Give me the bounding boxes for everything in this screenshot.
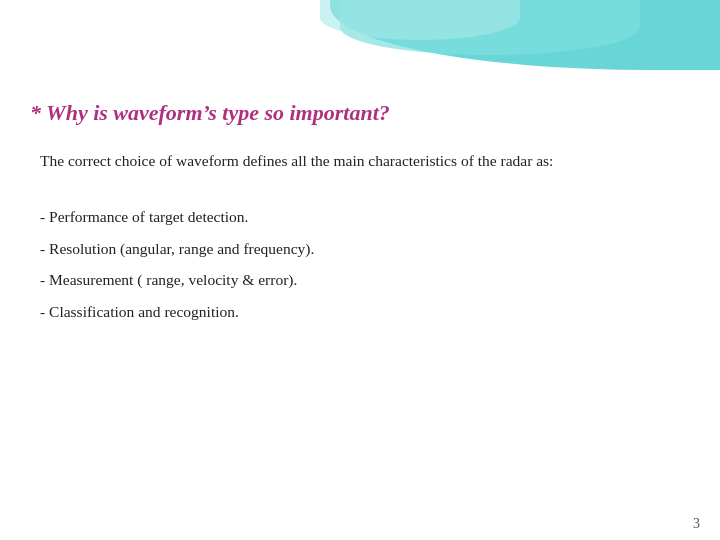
bullet-item-2: - Resolution (angular, range and frequen… <box>40 234 680 263</box>
bullet-list: - Performance of target detection. - Res… <box>40 202 680 326</box>
bullet-item-1: - Performance of target detection. <box>40 202 680 231</box>
bullet-item-4: - Classification and recognition. <box>40 297 680 326</box>
page-number: 3 <box>693 516 700 532</box>
top-decoration <box>0 0 720 90</box>
main-content: * Why is waveform’s type so important? T… <box>0 90 720 510</box>
intro-paragraph: The correct choice of waveform defines a… <box>40 148 680 174</box>
bullet-item-3: - Measurement ( range, velocity & error)… <box>40 265 680 294</box>
slide-heading: * Why is waveform’s type so important? <box>30 100 680 126</box>
